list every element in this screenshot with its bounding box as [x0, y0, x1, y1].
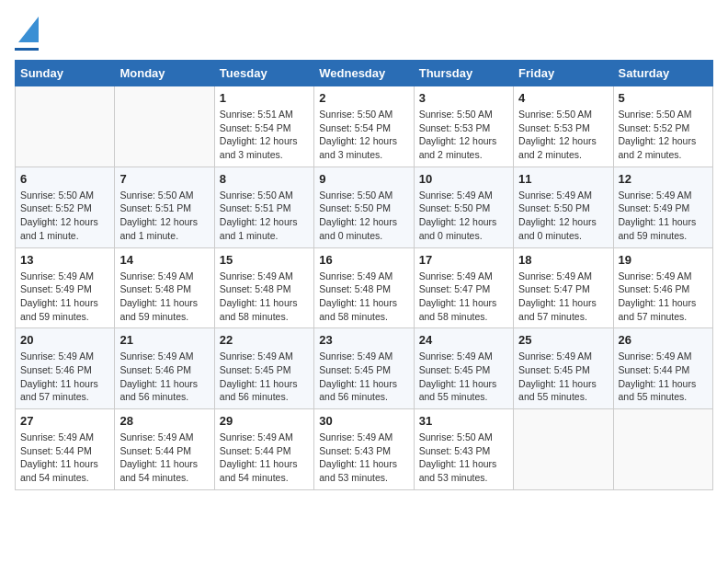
day-number: 27	[20, 414, 109, 428]
day-info: Sunrise: 5:50 AM Sunset: 5:43 PM Dayligh…	[419, 431, 508, 485]
day-number: 17	[419, 253, 508, 267]
day-info: Sunrise: 5:49 AM Sunset: 5:45 PM Dayligh…	[518, 350, 608, 404]
empty-cell	[613, 409, 712, 490]
calendar-table: SundayMondayTuesdayWednesdayThursdayFrid…	[15, 60, 713, 490]
day-info: Sunrise: 5:50 AM Sunset: 5:53 PM Dayligh…	[518, 108, 608, 162]
empty-cell	[115, 86, 214, 167]
day-info: Sunrise: 5:49 AM Sunset: 5:48 PM Dayligh…	[220, 270, 309, 324]
day-cell-25: 25Sunrise: 5:49 AM Sunset: 5:45 PM Dayli…	[514, 328, 613, 409]
day-cell-1: 1Sunrise: 5:51 AM Sunset: 5:54 PM Daylig…	[214, 86, 313, 167]
day-info: Sunrise: 5:49 AM Sunset: 5:48 PM Dayligh…	[319, 270, 408, 324]
day-number: 1	[220, 91, 309, 105]
day-info: Sunrise: 5:49 AM Sunset: 5:50 PM Dayligh…	[419, 189, 508, 243]
week-row-3: 13Sunrise: 5:49 AM Sunset: 5:49 PM Dayli…	[16, 247, 713, 328]
day-cell-16: 16Sunrise: 5:49 AM Sunset: 5:48 PM Dayli…	[314, 247, 414, 328]
day-number: 12	[619, 172, 708, 186]
day-number: 31	[419, 414, 508, 428]
day-number: 10	[419, 172, 508, 186]
day-cell-15: 15Sunrise: 5:49 AM Sunset: 5:48 PM Dayli…	[214, 247, 313, 328]
day-info: Sunrise: 5:50 AM Sunset: 5:51 PM Dayligh…	[220, 189, 309, 243]
day-cell-19: 19Sunrise: 5:49 AM Sunset: 5:46 PM Dayli…	[613, 247, 712, 328]
day-cell-8: 8Sunrise: 5:50 AM Sunset: 5:51 PM Daylig…	[214, 167, 313, 247]
day-info: Sunrise: 5:49 AM Sunset: 5:50 PM Dayligh…	[518, 189, 608, 243]
day-cell-24: 24Sunrise: 5:49 AM Sunset: 5:45 PM Dayli…	[414, 328, 513, 409]
day-number: 26	[619, 333, 708, 347]
day-info: Sunrise: 5:49 AM Sunset: 5:46 PM Dayligh…	[119, 350, 209, 404]
day-number: 5	[619, 91, 708, 105]
day-cell-5: 5Sunrise: 5:50 AM Sunset: 5:52 PM Daylig…	[613, 86, 712, 167]
day-info: Sunrise: 5:49 AM Sunset: 5:47 PM Dayligh…	[419, 270, 508, 324]
day-cell-4: 4Sunrise: 5:50 AM Sunset: 5:53 PM Daylig…	[514, 86, 613, 167]
day-cell-27: 27Sunrise: 5:49 AM Sunset: 5:44 PM Dayli…	[16, 409, 115, 490]
empty-cell	[16, 86, 115, 167]
day-number: 25	[518, 333, 608, 347]
day-number: 2	[319, 91, 408, 105]
day-number: 4	[518, 91, 608, 105]
day-number: 7	[119, 172, 209, 186]
day-number: 13	[20, 253, 109, 267]
day-info: Sunrise: 5:49 AM Sunset: 5:43 PM Dayligh…	[319, 431, 408, 485]
day-info: Sunrise: 5:51 AM Sunset: 5:54 PM Dayligh…	[220, 108, 309, 162]
day-info: Sunrise: 5:49 AM Sunset: 5:44 PM Dayligh…	[619, 350, 708, 404]
logo-underline	[15, 48, 39, 51]
day-info: Sunrise: 5:50 AM Sunset: 5:52 PM Dayligh…	[20, 189, 109, 243]
day-info: Sunrise: 5:49 AM Sunset: 5:49 PM Dayligh…	[20, 270, 109, 324]
day-cell-29: 29Sunrise: 5:49 AM Sunset: 5:44 PM Dayli…	[214, 409, 313, 490]
day-number: 23	[319, 333, 408, 347]
day-info: Sunrise: 5:49 AM Sunset: 5:44 PM Dayligh…	[119, 431, 209, 485]
day-info: Sunrise: 5:49 AM Sunset: 5:45 PM Dayligh…	[319, 350, 408, 404]
day-cell-31: 31Sunrise: 5:50 AM Sunset: 5:43 PM Dayli…	[414, 409, 513, 490]
day-info: Sunrise: 5:50 AM Sunset: 5:50 PM Dayligh…	[319, 189, 408, 243]
day-info: Sunrise: 5:49 AM Sunset: 5:46 PM Dayligh…	[619, 270, 708, 324]
logo-icon	[18, 17, 39, 46]
day-cell-7: 7Sunrise: 5:50 AM Sunset: 5:51 PM Daylig…	[115, 167, 214, 247]
col-header-sunday: Sunday	[16, 61, 115, 86]
day-info: Sunrise: 5:50 AM Sunset: 5:52 PM Dayligh…	[619, 108, 708, 162]
day-number: 28	[119, 414, 209, 428]
col-header-monday: Monday	[115, 61, 214, 86]
col-header-friday: Friday	[514, 61, 613, 86]
week-row-5: 27Sunrise: 5:49 AM Sunset: 5:44 PM Dayli…	[16, 409, 713, 490]
col-header-saturday: Saturday	[613, 61, 712, 86]
day-number: 29	[220, 414, 309, 428]
day-info: Sunrise: 5:49 AM Sunset: 5:49 PM Dayligh…	[619, 189, 708, 243]
day-info: Sunrise: 5:50 AM Sunset: 5:53 PM Dayligh…	[419, 108, 508, 162]
day-number: 20	[20, 333, 109, 347]
page-header	[15, 15, 713, 51]
day-cell-2: 2Sunrise: 5:50 AM Sunset: 5:54 PM Daylig…	[314, 86, 414, 167]
day-info: Sunrise: 5:49 AM Sunset: 5:47 PM Dayligh…	[518, 270, 608, 324]
day-cell-12: 12Sunrise: 5:49 AM Sunset: 5:49 PM Dayli…	[613, 167, 712, 247]
day-number: 14	[119, 253, 209, 267]
day-cell-30: 30Sunrise: 5:49 AM Sunset: 5:43 PM Dayli…	[314, 409, 414, 490]
header-row: SundayMondayTuesdayWednesdayThursdayFrid…	[16, 61, 713, 86]
day-number: 22	[220, 333, 309, 347]
day-cell-18: 18Sunrise: 5:49 AM Sunset: 5:47 PM Dayli…	[514, 247, 613, 328]
day-cell-22: 22Sunrise: 5:49 AM Sunset: 5:45 PM Dayli…	[214, 328, 313, 409]
day-info: Sunrise: 5:49 AM Sunset: 5:46 PM Dayligh…	[20, 350, 109, 404]
col-header-thursday: Thursday	[414, 61, 513, 86]
day-cell-3: 3Sunrise: 5:50 AM Sunset: 5:53 PM Daylig…	[414, 86, 513, 167]
week-row-2: 6Sunrise: 5:50 AM Sunset: 5:52 PM Daylig…	[16, 167, 713, 247]
day-cell-23: 23Sunrise: 5:49 AM Sunset: 5:45 PM Dayli…	[314, 328, 414, 409]
day-number: 9	[319, 172, 408, 186]
day-cell-28: 28Sunrise: 5:49 AM Sunset: 5:44 PM Dayli…	[115, 409, 214, 490]
day-cell-17: 17Sunrise: 5:49 AM Sunset: 5:47 PM Dayli…	[414, 247, 513, 328]
day-info: Sunrise: 5:49 AM Sunset: 5:44 PM Dayligh…	[20, 431, 109, 485]
day-info: Sunrise: 5:49 AM Sunset: 5:45 PM Dayligh…	[220, 350, 309, 404]
day-number: 16	[319, 253, 408, 267]
day-cell-10: 10Sunrise: 5:49 AM Sunset: 5:50 PM Dayli…	[414, 167, 513, 247]
day-number: 21	[119, 333, 209, 347]
day-info: Sunrise: 5:50 AM Sunset: 5:54 PM Dayligh…	[319, 108, 408, 162]
day-cell-21: 21Sunrise: 5:49 AM Sunset: 5:46 PM Dayli…	[115, 328, 214, 409]
day-info: Sunrise: 5:49 AM Sunset: 5:44 PM Dayligh…	[220, 431, 309, 485]
day-number: 24	[419, 333, 508, 347]
empty-cell	[514, 409, 613, 490]
day-cell-11: 11Sunrise: 5:49 AM Sunset: 5:50 PM Dayli…	[514, 167, 613, 247]
day-number: 30	[319, 414, 408, 428]
day-number: 11	[518, 172, 608, 186]
svg-marker-0	[18, 17, 39, 42]
day-number: 15	[220, 253, 309, 267]
logo	[15, 15, 39, 51]
day-info: Sunrise: 5:50 AM Sunset: 5:51 PM Dayligh…	[119, 189, 209, 243]
day-cell-20: 20Sunrise: 5:49 AM Sunset: 5:46 PM Dayli…	[16, 328, 115, 409]
